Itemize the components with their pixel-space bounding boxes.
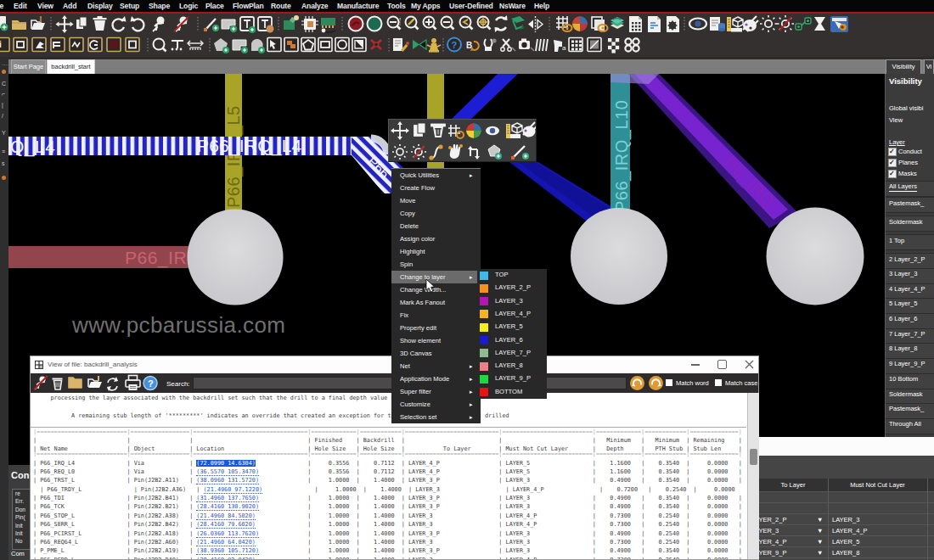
svg-text:Q_L4: Q_L4 xyxy=(10,137,55,157)
svg-text:www.pcbarussia.com: www.pcbarussia.com xyxy=(71,312,285,338)
svg-text:P66_IRQ_L4: P66_IRQ_L4 xyxy=(197,136,302,156)
svg-text:?: ? xyxy=(148,378,154,389)
svg-text:Search:: Search: xyxy=(166,380,190,388)
svg-text:P66_IRQ_L5: P66_IRQ_L5 xyxy=(224,105,244,208)
svg-text:?: ? xyxy=(452,40,458,50)
svg-text:P66_IRQ_L10: P66_IRQ_L10 xyxy=(612,100,632,212)
svg-text:a: a xyxy=(562,44,566,52)
svg-text:i: i xyxy=(0,40,2,49)
